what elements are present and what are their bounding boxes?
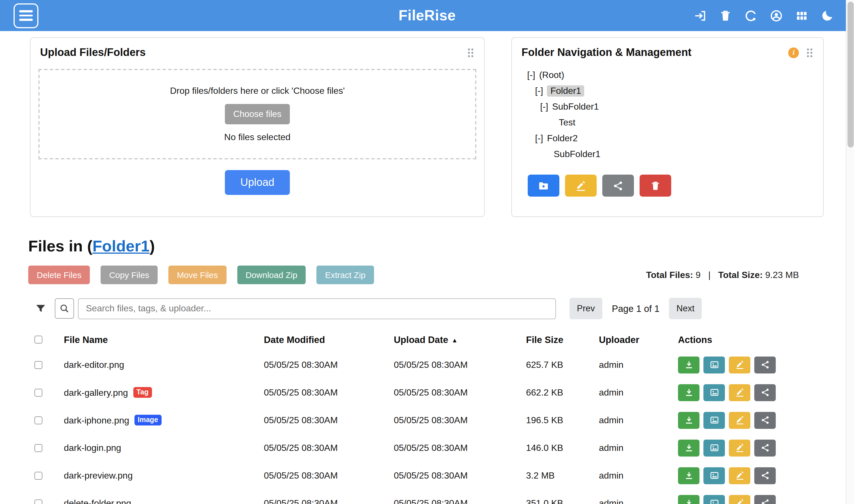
row-checkbox[interactable] — [34, 361, 42, 369]
dark-mode-toggle[interactable] — [820, 9, 834, 22]
account-button[interactable] — [769, 9, 783, 22]
share-icon — [760, 415, 770, 425]
rename-button[interactable] — [729, 439, 750, 456]
rename-button[interactable] — [729, 495, 750, 504]
tree-collapse-toggle[interactable]: [-] — [535, 86, 543, 96]
select-all-checkbox[interactable] — [34, 336, 42, 344]
move-files-button[interactable]: Move Files — [168, 266, 226, 284]
edit-pencil-icon — [735, 443, 744, 453]
file-name-cell: dark-preview.png — [64, 470, 264, 481]
filter-button[interactable] — [34, 302, 47, 315]
download-button[interactable] — [678, 384, 699, 401]
logout-button[interactable] — [693, 9, 707, 22]
tree-label-subfolder1-2[interactable]: SubFolder1 — [554, 149, 600, 159]
delete-folder-button[interactable] — [640, 175, 671, 197]
row-checkbox[interactable] — [34, 389, 42, 396]
share-icon — [613, 180, 624, 191]
tree-collapse-toggle[interactable]: [-] — [535, 133, 543, 144]
share-icon — [760, 443, 770, 453]
upload-card: Upload Files/Folders Drop files/folders … — [30, 37, 485, 217]
prev-page-button[interactable]: Prev — [569, 298, 602, 319]
col-upload-date[interactable]: Upload Date▲ — [394, 334, 526, 345]
col-file-size[interactable]: File Size — [526, 334, 599, 345]
tree-label-subfolder1[interactable]: SubFolder1 — [552, 102, 599, 112]
choose-files-button[interactable]: Choose files — [225, 104, 290, 124]
rename-button[interactable] — [729, 384, 750, 401]
file-dropzone[interactable]: Drop files/folders here or click 'Choose… — [38, 69, 476, 159]
upload-button[interactable]: Upload — [225, 170, 290, 195]
download-button[interactable] — [678, 495, 699, 504]
file-name-cell: dark-gallery.pngTag — [64, 387, 264, 398]
preview-image-button[interactable] — [704, 467, 725, 484]
search-button[interactable] — [55, 298, 74, 319]
total-size-value: 9.23 MB — [765, 270, 799, 280]
scrollbar[interactable] — [846, 0, 854, 504]
current-folder-link[interactable]: Folder1 — [92, 237, 149, 255]
row-actions — [678, 384, 791, 401]
date-modified-cell: 05/05/25 08:30AM — [264, 415, 394, 425]
upload-date-cell: 05/05/25 08:30AM — [394, 415, 526, 425]
preview-image-button[interactable] — [704, 495, 725, 504]
preview-image-button[interactable] — [704, 412, 725, 429]
preview-image-button[interactable] — [704, 384, 725, 401]
scrollbar-thumb[interactable] — [848, 2, 854, 147]
pie-chart-icon — [744, 9, 758, 22]
share-button[interactable] — [754, 439, 776, 456]
tree-node-root: [-] (Root) — [527, 67, 823, 83]
apps-grid-button[interactable] — [795, 9, 808, 22]
col-date-modified[interactable]: Date Modified — [264, 334, 394, 345]
delete-files-button[interactable]: Delete Files — [28, 266, 90, 284]
trash-button[interactable] — [719, 9, 732, 22]
row-checkbox[interactable] — [34, 471, 42, 480]
drag-handle-icon[interactable] — [806, 47, 814, 58]
row-checkbox[interactable] — [34, 416, 42, 424]
col-uploader[interactable]: Uploader — [599, 334, 678, 345]
menu-button[interactable] — [14, 3, 38, 28]
download-button[interactable] — [678, 356, 699, 373]
row-checkbox[interactable] — [34, 499, 42, 504]
rename-button[interactable] — [729, 467, 750, 484]
file-size-cell: 662.2 KB — [526, 387, 599, 397]
preview-image-button[interactable] — [704, 356, 725, 373]
tree-label-folder1-selected[interactable]: Folder1 — [547, 85, 584, 96]
share-icon — [760, 388, 770, 397]
tree-label-folder2[interactable]: Folder2 — [547, 133, 578, 144]
share-button[interactable] — [754, 412, 776, 429]
trash-icon — [719, 9, 732, 22]
copy-files-button[interactable]: Copy Files — [101, 266, 158, 284]
preview-image-button[interactable] — [704, 439, 725, 456]
extract-zip-button[interactable]: Extract Zip — [317, 266, 374, 284]
info-icon[interactable]: i — [788, 47, 799, 58]
image-icon — [709, 471, 719, 480]
download-button[interactable] — [678, 412, 699, 429]
tree-label-test[interactable]: Test — [559, 118, 576, 128]
share-button[interactable] — [754, 356, 776, 373]
rename-button[interactable] — [729, 356, 750, 373]
download-button[interactable] — [678, 467, 699, 484]
share-button[interactable] — [754, 384, 776, 401]
download-zip-button[interactable]: Download Zip — [237, 266, 306, 284]
tree-node-subfolder1-2: SubFolder1 — [554, 146, 823, 162]
file-size-cell: 351.0 KB — [526, 498, 599, 504]
tree-collapse-toggle[interactable]: [-] — [540, 102, 548, 112]
share-folder-button[interactable] — [602, 175, 634, 197]
share-button[interactable] — [754, 467, 776, 484]
col-file-name[interactable]: File Name — [64, 334, 264, 345]
tree-collapse-toggle[interactable]: [-] — [527, 70, 535, 80]
next-page-button[interactable]: Next — [669, 298, 702, 319]
search-input[interactable] — [78, 298, 556, 319]
rename-button[interactable] — [729, 412, 750, 429]
upload-date-cell: 05/05/25 08:30AM — [394, 470, 526, 481]
usage-button[interactable] — [744, 9, 758, 22]
row-checkbox[interactable] — [34, 444, 42, 452]
download-button[interactable] — [678, 439, 699, 456]
folder-plus-icon — [538, 180, 549, 191]
create-folder-button[interactable] — [528, 175, 559, 197]
uploader-cell: admin — [599, 360, 678, 370]
tree-label-root[interactable]: (Root) — [539, 70, 564, 80]
rename-folder-button[interactable] — [565, 175, 597, 197]
bulk-actions-row: Delete Files Copy Files Move Files Downl… — [28, 266, 799, 284]
share-icon — [760, 360, 770, 370]
share-button[interactable] — [754, 495, 776, 504]
drag-handle-icon[interactable] — [467, 47, 475, 58]
